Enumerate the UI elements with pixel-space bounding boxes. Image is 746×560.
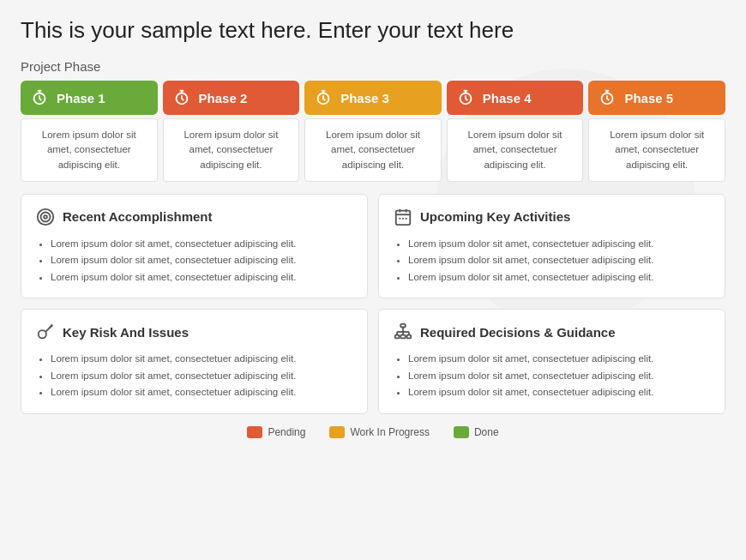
card-upcoming-activities-list: Lorem ipsum dolor sit amet, consectetuer…: [393, 236, 711, 286]
done-label: Done: [474, 426, 499, 438]
calendar-icon: [393, 207, 413, 227]
card-key-risk-list: Lorem ipsum dolor sit amet, consectetuer…: [35, 351, 353, 401]
list-item: Lorem ipsum dolor sit amet, consectetuer…: [51, 368, 353, 385]
card-required-decisions-list: Lorem ipsum dolor sit amet, consectetuer…: [393, 351, 711, 401]
legend-pending: Pending: [247, 426, 305, 438]
list-item: Lorem ipsum dolor sit amet, consectetuer…: [408, 236, 711, 253]
phase-4-desc: Lorem ipsum dolor sit amet, consectetuer…: [447, 118, 584, 182]
card-required-decisions: Required Decisions & Guidance Lorem ipsu…: [378, 309, 725, 414]
svg-point-16: [41, 212, 51, 221]
phase-3-icon: [313, 87, 334, 108]
card-upcoming-activities-title: Upcoming Key Activities: [420, 209, 570, 224]
phase-3-label: Phase 3: [340, 91, 389, 105]
card-recent-accomplishment-header: Recent Accomplishment: [35, 207, 353, 227]
list-item: Lorem ipsum dolor sit amet, consectetuer…: [408, 384, 711, 401]
phase-col-4: Phase 4 Lorem ipsum dolor sit amet, cons…: [447, 81, 584, 182]
svg-line-28: [50, 327, 51, 328]
legend-wip: Work In Progress: [329, 426, 429, 438]
card-key-risk-header: Key Risk And Issues: [35, 322, 353, 342]
card-recent-accomplishment-list: Lorem ipsum dolor sit amet, consectetuer…: [35, 236, 353, 286]
svg-rect-31: [400, 335, 406, 339]
phase-col-2: Phase 2 Lorem ipsum dolor sit amet, cons…: [163, 81, 300, 182]
phase-4-icon: [455, 87, 476, 108]
phase-col-3: Phase 3 Lorem ipsum dolor sit amet, cons…: [304, 81, 442, 182]
project-phase-label: Project Phase: [21, 59, 725, 74]
phase-1-label: Phase 1: [57, 91, 105, 105]
bottom-grid: Recent Accomplishment Lorem ipsum dolor …: [21, 194, 725, 414]
list-item: Lorem ipsum dolor sit amet, consectetuer…: [51, 384, 353, 401]
phase-2-icon: [171, 87, 192, 108]
list-item: Lorem ipsum dolor sit amet, consectetuer…: [51, 252, 353, 269]
phase-col-5: Phase 5 Lorem ipsum dolor sit amet, cons…: [588, 81, 725, 182]
key-icon: [35, 322, 56, 342]
phase-1-button[interactable]: Phase 1: [21, 81, 158, 115]
phase-4-button[interactable]: Phase 4: [447, 81, 584, 115]
phase-3-desc: Lorem ipsum dolor sit amet, consectetuer…: [304, 118, 442, 182]
legend-done: Done: [454, 426, 499, 438]
legend: Pending Work In Progress Done: [21, 426, 725, 438]
phase-5-icon: [597, 87, 617, 108]
list-item: Lorem ipsum dolor sit amet, consectetuer…: [51, 236, 353, 253]
phase-1-icon: [29, 87, 50, 108]
card-recent-accomplishment: Recent Accomplishment Lorem ipsum dolor …: [21, 194, 368, 299]
card-recent-accomplishment-title: Recent Accomplishment: [63, 209, 213, 224]
list-item: Lorem ipsum dolor sit amet, consectetuer…: [51, 269, 353, 286]
main-title: This is your sample text here. Enter you…: [21, 17, 725, 44]
phase-1-desc: Lorem ipsum dolor sit amet, consectetuer…: [21, 118, 158, 182]
svg-rect-29: [400, 324, 406, 328]
svg-point-25: [39, 331, 46, 339]
phase-col-1: Phase 1 Lorem ipsum dolor sit amet, cons…: [21, 81, 158, 182]
org-icon: [393, 322, 413, 342]
list-item: Lorem ipsum dolor sit amet, consectetuer…: [408, 368, 711, 385]
phase-2-button[interactable]: Phase 2: [163, 81, 300, 115]
svg-line-27: [51, 325, 52, 327]
card-upcoming-activities: Upcoming Key Activities Lorem ipsum dolo…: [378, 194, 725, 299]
card-upcoming-activities-header: Upcoming Key Activities: [393, 207, 711, 227]
svg-rect-32: [407, 335, 412, 339]
phase-5-label: Phase 5: [624, 91, 673, 105]
list-item: Lorem ipsum dolor sit amet, consectetuer…: [51, 351, 353, 368]
wip-dot: [329, 426, 345, 438]
phase-5-desc: Lorem ipsum dolor sit amet, consectetuer…: [588, 118, 725, 182]
list-item: Lorem ipsum dolor sit amet, consectetuer…: [408, 252, 711, 269]
svg-rect-18: [396, 210, 411, 224]
pending-label: Pending: [268, 426, 305, 438]
phases-row: Phase 1 Lorem ipsum dolor sit amet, cons…: [21, 81, 725, 182]
svg-point-17: [44, 215, 47, 219]
phase-4-label: Phase 4: [483, 91, 532, 105]
list-item: Lorem ipsum dolor sit amet, consectetuer…: [408, 351, 711, 368]
pending-dot: [247, 426, 262, 438]
list-item: Lorem ipsum dolor sit amet, consectetuer…: [408, 269, 711, 286]
phase-2-desc: Lorem ipsum dolor sit amet, consectetuer…: [163, 118, 300, 182]
wip-label: Work In Progress: [350, 426, 429, 438]
phase-2-label: Phase 2: [199, 91, 248, 105]
phase-5-button[interactable]: Phase 5: [588, 81, 725, 115]
done-dot: [454, 426, 469, 438]
target-icon: [35, 207, 56, 227]
card-required-decisions-header: Required Decisions & Guidance: [393, 322, 711, 342]
svg-rect-30: [395, 335, 400, 339]
card-key-risk: Key Risk And Issues Lorem ipsum dolor si…: [21, 309, 368, 414]
card-key-risk-title: Key Risk And Issues: [63, 325, 189, 340]
phase-3-button[interactable]: Phase 3: [304, 81, 442, 115]
card-required-decisions-title: Required Decisions & Guidance: [420, 325, 616, 340]
